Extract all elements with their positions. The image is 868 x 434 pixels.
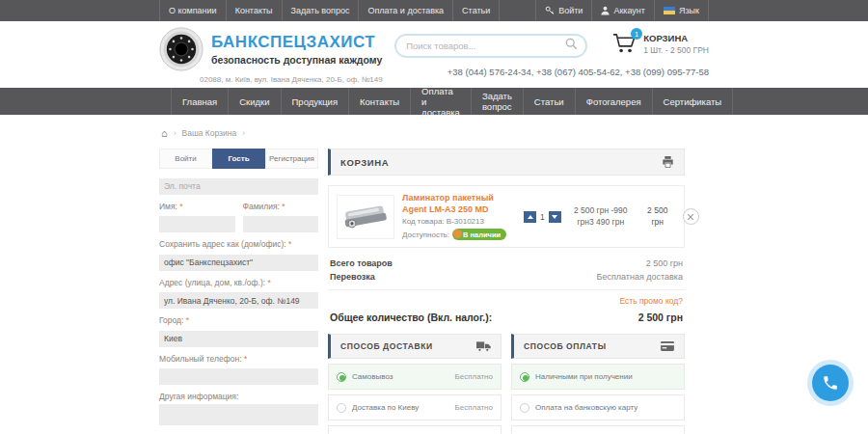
mobile-phone-label: Мобильный телефон: * <box>159 354 318 364</box>
in-stock-badge: В наличии <box>452 229 506 240</box>
nav-home[interactable]: Главная <box>171 88 229 115</box>
city-label: Город: * <box>159 315 318 325</box>
option-price: Бесплатно <box>454 403 493 412</box>
topbar-link-payment-delivery[interactable]: Оплата и доставка <box>359 0 453 21</box>
search-icon[interactable] <box>565 37 578 54</box>
option-label: Доставка по Киеву <box>352 403 419 412</box>
account-link[interactable]: Аккаунт <box>592 0 655 21</box>
city-field[interactable] <box>159 331 318 347</box>
radio-icon <box>520 372 529 382</box>
call-button[interactable] <box>812 365 849 401</box>
payment-panel-title: СПОСОБ ОПЛАТЫ <box>524 341 607 351</box>
breadcrumb-separator <box>242 128 245 138</box>
ukraine-flag-icon <box>664 7 675 14</box>
option-label: Наличными при получении <box>535 372 633 381</box>
email-field[interactable] <box>159 178 318 195</box>
shipping-option-ukraine[interactable]: Доставка по Украине Бесплатно <box>328 425 502 434</box>
first-name-field[interactable] <box>159 216 235 232</box>
totals-value: Бесплатная доставка <box>596 272 683 282</box>
address-label: Адрес (улица, дом, кв./оф.): * <box>159 278 318 287</box>
payment-methods-panel: СПОСОБ ОПЛАТЫ Наличными при получении Оп… <box>511 334 685 434</box>
save-address-field[interactable] <box>159 255 318 271</box>
option-label: Самовывоз <box>352 372 393 381</box>
quantity-increase-button[interactable] <box>524 211 536 223</box>
breadcrumb-separator <box>174 128 176 138</box>
nav-photo-gallery[interactable]: Фотогалерея <box>576 88 653 115</box>
brand-tagline: безопасность доступная каждому <box>211 54 382 66</box>
topbar-link-articles[interactable]: Статьи <box>453 0 500 21</box>
totals-row-items: Всего товаров 2 500 грн <box>328 257 685 270</box>
brand-logo-block[interactable]: БАНКСПЕЦЗАХИСТ безопасность доступная ка… <box>159 27 383 71</box>
home-icon[interactable] <box>161 127 168 139</box>
main-nav: Главная Скидки Продукция Контакты Оплата… <box>0 88 868 115</box>
phone-icon <box>822 374 839 392</box>
brand-name: БАНКСПЕЦЗАХИСТ <box>211 33 382 52</box>
radio-icon <box>337 372 346 382</box>
nav-products[interactable]: Продукция <box>282 88 350 115</box>
first-name-label: Имя: * <box>159 202 235 211</box>
top-utility-bar: О компании Контакты Задать вопрос Оплата… <box>0 0 868 21</box>
truck-icon <box>476 341 491 352</box>
row-total: 2 500 грн <box>640 205 675 228</box>
product-thumbnail[interactable] <box>337 195 394 239</box>
nav-ask-question[interactable]: Задать вопрос <box>472 88 524 115</box>
product-sku: Код товара: В-3010213 <box>402 217 516 226</box>
tab-register[interactable]: Регистрация <box>265 149 318 169</box>
search-input[interactable] <box>406 41 565 51</box>
tab-login[interactable]: Войти <box>159 149 212 169</box>
option-price: Бесплатно <box>454 372 493 381</box>
cart-totals: Всего товаров 2 500 грн Перевозка Беспла… <box>328 257 685 290</box>
language-switcher[interactable]: Язык <box>655 0 709 21</box>
grand-total-value: 2 500 грн <box>638 312 683 323</box>
cart-item-row: Ламинатор пакетный Agent LM-А3 250 MD Ко… <box>328 185 685 248</box>
shipping-option-pickup[interactable]: Самовывоз Бесплатно <box>328 364 502 390</box>
grand-total-label: Общее количество (Вкл. налог.): <box>330 312 492 323</box>
remove-item-button[interactable] <box>683 208 699 225</box>
availability-label: Доступность: <box>402 231 449 239</box>
safe-dial-logo-icon <box>159 27 203 71</box>
site-header: БАНКСПЕЦЗАХИСТ безопасность доступная ка… <box>0 21 868 88</box>
tab-guest[interactable]: Гость <box>212 149 265 169</box>
other-info-field[interactable] <box>159 404 318 425</box>
account-label: Аккаунт <box>613 6 645 15</box>
nav-contacts[interactable]: Контакты <box>349 88 411 115</box>
topbar-link-contacts[interactable]: Контакты <box>227 0 283 21</box>
last-name-field[interactable] <box>243 216 319 232</box>
credit-card-icon <box>661 341 674 351</box>
quantity-decrease-button[interactable] <box>549 211 561 223</box>
product-name-link[interactable]: Ламинатор пакетный Agent LM-А3 250 MD <box>402 193 516 215</box>
close-icon <box>687 213 694 221</box>
option-label: Оплата на банковскую карту <box>535 403 637 412</box>
radio-icon <box>520 403 529 413</box>
nav-certificates[interactable]: Сертификаты <box>653 88 734 115</box>
mobile-phone-field[interactable] <box>159 368 318 385</box>
radio-icon <box>337 403 346 413</box>
promo-code-link[interactable]: Есть промо код? <box>328 296 685 306</box>
totals-value: 2 500 грн <box>646 258 683 268</box>
shipping-option-kyiv[interactable]: Доставка по Киеву Бесплатно <box>328 394 502 420</box>
nav-discounts[interactable]: Скидки <box>229 88 281 115</box>
cart-count-badge: 1 <box>631 28 642 40</box>
login-link[interactable]: Войти <box>535 0 592 21</box>
key-icon <box>545 6 555 15</box>
old-price: 3 490 грн <box>589 217 624 227</box>
unit-price-block: 2 500 грн -990 грн3 490 грн <box>569 205 633 228</box>
checkout-form: Войти Гость Регистрация Имя: * Фамилия: … <box>159 149 318 434</box>
shipping-methods-panel: СПОСОБ ДОСТАВКИ Самовывоз Бесплатно Дост… <box>328 334 502 434</box>
payment-option-cash[interactable]: Наличными при получении <box>511 364 685 390</box>
print-icon[interactable] <box>662 156 674 168</box>
cart-icon <box>612 41 637 57</box>
phone-numbers: +38 (044) 576-24-34, +38 (067) 405-54-62… <box>394 67 709 77</box>
payment-option-bank-transfer[interactable]: Банковский перевод <box>511 425 685 434</box>
address-field[interactable] <box>159 292 318 309</box>
cart-panel-title: КОРЗИНА <box>340 157 389 168</box>
topbar-link-about[interactable]: О компании <box>159 0 227 21</box>
payment-option-card[interactable]: Оплата на банковскую карту <box>511 394 685 420</box>
nav-payment-delivery[interactable]: Оплата и доставка <box>411 88 472 115</box>
nav-articles[interactable]: Статьи <box>524 88 576 115</box>
breadcrumb-current: Ваша Корзина <box>182 128 237 138</box>
topbar-link-ask[interactable]: Задать вопрос <box>283 0 360 21</box>
cart-widget[interactable]: 1 КОРЗИНА 1 Шт. - 2 500 ГРН <box>612 33 709 58</box>
quantity-value: 1 <box>540 212 545 222</box>
login-label: Войти <box>558 6 583 15</box>
